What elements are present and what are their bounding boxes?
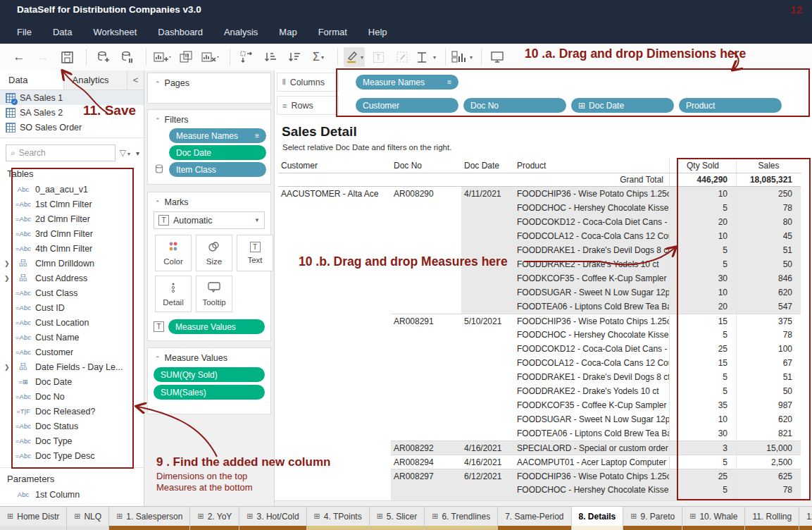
menu-item-worksheet[interactable]: Worksheet <box>93 27 137 37</box>
shelf-pill-measure-names[interactable]: Measure Names≡ <box>356 75 458 90</box>
field-3rd-clmn-filter[interactable]: =Abc3rd Clmn Filter <box>0 226 144 241</box>
field-doc-status[interactable]: =AbcDoc Status <box>0 419 144 433</box>
tab-analytics[interactable]: Analytics <box>63 70 127 90</box>
field-cust-id[interactable]: =AbcCust ID <box>0 300 144 315</box>
new-datasource-icon[interactable] <box>92 47 113 67</box>
table-row[interactable]: FOODCOLA12 - Coca-Cola Cans 12 Count1567 <box>278 356 801 370</box>
field-1st-column[interactable]: Abc1st Column <box>0 487 144 502</box>
field-doc-type[interactable]: =AbcDoc Type <box>0 433 144 448</box>
tab-data[interactable]: Data <box>0 70 63 90</box>
table-row[interactable]: FOODTEA06 - Liptons Cold Brew Tea Bags .… <box>278 426 801 440</box>
table-row[interactable]: FOODCHOC - Hershey Chocolate Kisses 3.5.… <box>278 328 801 342</box>
field-cust-address[interactable]: ❯品Cust Address <box>0 271 144 285</box>
filter-pill-item-class[interactable]: Item Class <box>169 162 266 177</box>
table-row[interactable]: FOODCOKD12 - Coca-Cola Diet Cans - 12 pa… <box>278 215 801 229</box>
menu-item-dashboard[interactable]: Dashboard <box>158 27 203 37</box>
swap-axes-icon[interactable] <box>236 47 257 67</box>
table-row[interactable]: FOODKCOF35 - Coffee K-Cup Sampler Coff..… <box>278 271 801 285</box>
field-0-aa-acu-v1[interactable]: Abc0_aa_acu_v1 <box>0 182 144 197</box>
search-input[interactable]: ⌕ Search <box>6 144 115 161</box>
field-cust-location[interactable]: =AbcCust Location <box>0 315 144 330</box>
text-format-icon[interactable]: T <box>368 47 389 67</box>
duplicate-sheet-icon[interactable] <box>176 47 197 67</box>
sort-descending-icon[interactable] <box>284 47 305 67</box>
collapse-pane-icon[interactable]: < <box>127 70 144 90</box>
collapse-chevron-icon[interactable]: ⌃ <box>155 117 161 124</box>
collapse-chevron-icon[interactable]: ⌃ <box>155 199 161 207</box>
field-2d-clmn-filter[interactable]: =Abc2d Clmn Filter <box>0 211 144 226</box>
sheet-tab-10-whale[interactable]: ⊞10. Whale <box>682 507 745 530</box>
menu-item-help[interactable]: Help <box>368 27 387 37</box>
new-worksheet-icon[interactable] <box>152 47 173 67</box>
sheet-tab-11-rolling[interactable]: 11. Rolling <box>745 507 799 530</box>
table-row[interactable]: FOODTEA06 - Liptons Cold Brew Tea Bags .… <box>278 300 801 314</box>
shelf-pill-product[interactable]: Product <box>679 98 782 113</box>
pause-updates-icon[interactable] <box>116 47 137 67</box>
table-row[interactable]: FOODCHOC - Hershey Chocolate Kisses 3.5.… <box>278 483 801 497</box>
sheet-tab-7-same-period[interactable]: 7. Same-Period <box>498 507 571 530</box>
show-me-icon[interactable]: ▾ <box>451 47 473 67</box>
table-row[interactable]: AACUSTOMER - Alta AceAR0082904/11/2021FO… <box>278 187 801 201</box>
sheet-tab-5-slicer[interactable]: ⊞5. Slicer <box>370 507 425 530</box>
table-row[interactable]: AR0082976/12/2021FOODCHIP36 - Wise Potat… <box>278 469 801 483</box>
mark-type-dropdown[interactable]: T Automatic ▼ <box>154 211 265 229</box>
sort-ascending-icon[interactable] <box>260 47 281 67</box>
field-cust-class[interactable]: =AbcCust Class <box>0 285 144 300</box>
sheet-tab-9-pareto[interactable]: ⊞9. Pareto <box>623 507 682 530</box>
sheet-tab-4-tpoints[interactable]: ⊞4. TPoints <box>307 507 370 530</box>
mark-button-color[interactable]: Color <box>155 235 192 271</box>
field-4th-clmn-filter[interactable]: =Abc4th Clmn Filter <box>0 241 144 256</box>
sheet-tab-12-to[interactable]: 12. To <box>799 507 812 530</box>
table-row[interactable]: FOODCHOC - Hershey Chocolate Kisses 3.5.… <box>278 201 801 215</box>
collapse-chevron-icon[interactable]: ⌃ <box>155 355 161 362</box>
sheet-tab-8-details[interactable]: 8. Details <box>572 507 624 530</box>
sheet-tab-2-yoy[interactable]: ⊞2. YoY <box>190 507 239 530</box>
menu-item-analysis[interactable]: Analysis <box>224 27 258 37</box>
field-clmn-drilldown[interactable]: ❯品Clmn Drilldown <box>0 256 144 271</box>
field-doc-released-[interactable]: =T|FDoc Released? <box>0 404 144 419</box>
measure-values-pill[interactable]: Measure Values <box>168 319 265 334</box>
measure-pill-sum-sales-[interactable]: SUM(Sales) <box>154 385 265 400</box>
table-row[interactable]: FOODCOKD12 - Coca-Cola Diet Cans - 12 pa… <box>278 342 801 356</box>
field-1st-clmn-filter[interactable]: =Abc1st Clmn Filter <box>0 197 144 211</box>
back-icon[interactable]: ← <box>8 47 30 67</box>
field-doc-type-desc[interactable]: =AbcDoc Type Desc <box>0 448 144 463</box>
expand-icon[interactable]: ❯ <box>4 364 11 371</box>
presentation-mode-icon[interactable] <box>487 47 508 67</box>
sheet-tab-1-salesperson[interactable]: ⊞1. Salesperson <box>109 507 190 530</box>
save-icon[interactable] <box>56 47 77 67</box>
expand-icon[interactable]: ❯ <box>4 260 11 267</box>
field-cust-name[interactable]: =AbcCust Name <box>0 330 144 345</box>
mark-button-tooltip[interactable]: Tooltip <box>196 276 232 312</box>
horizontal-scrollbar[interactable] <box>275 500 812 506</box>
annotate-icon[interactable] <box>392 47 413 67</box>
totals-icon[interactable]: Σ▾ <box>308 47 329 67</box>
sheet-tab-6-trendlines[interactable]: ⊞6. Trendlines <box>425 507 498 530</box>
sheet-tab-nlq[interactable]: ⊞NLQ <box>67 507 109 530</box>
table-row[interactable]: FOODDRAKE2 - Drake's Yodels 10 ct550 <box>278 384 801 398</box>
pane-options-caret-icon[interactable]: ▾ <box>136 149 139 157</box>
highlight-icon[interactable]: ▾ <box>344 47 365 67</box>
expand-icon[interactable]: ❯ <box>4 275 11 282</box>
shelf-pill-doc-date[interactable]: ⊞Doc Date <box>571 98 674 113</box>
field-customer[interactable]: =AbcCustomer <box>0 345 144 359</box>
mark-button-text[interactable]: TText <box>237 235 273 271</box>
clear-sheet-icon[interactable] <box>200 47 221 67</box>
table-row[interactable]: AR0082944/16/2021AACOMPUT01 - Acer Lapto… <box>278 455 801 469</box>
mark-button-detail[interactable]: Detail <box>155 276 192 312</box>
measure-pill-sum-qty-sold-[interactable]: SUM(Qty Sold) <box>154 367 265 382</box>
table-row[interactable]: AR0082924/16/2021SPECIALORD - Special or… <box>278 440 801 455</box>
filter-fields-icon[interactable]: ▽▾ <box>120 148 130 158</box>
field-date-fields-day-le-[interactable]: ❯品Date Fields - Day Le... <box>0 359 144 374</box>
data-source-so-sales-order[interactable]: SO Sales Order <box>0 120 144 135</box>
field-doc-no[interactable]: =AbcDoc No <box>0 389 144 404</box>
shelf-pill-doc-no[interactable]: Doc No <box>463 98 566 113</box>
table-row[interactable]: FOODSUGAR - Sweet N Low Sugar 12pk10620 <box>278 285 801 300</box>
columns-shelf[interactable]: ⫴Columns Measure Names≡ <box>275 70 812 94</box>
menu-item-file[interactable]: File <box>17 27 32 37</box>
mark-button-size[interactable]: Size <box>196 235 232 271</box>
field-doc-date[interactable]: =⊞Doc Date <box>0 374 144 389</box>
menu-item-format[interactable]: Format <box>318 27 347 37</box>
table-row[interactable]: AR0082915/10/2021FOODCHIP36 - Wise Potat… <box>278 314 801 328</box>
filter-pill-measure-names[interactable]: Measure Names≡ <box>169 128 266 143</box>
